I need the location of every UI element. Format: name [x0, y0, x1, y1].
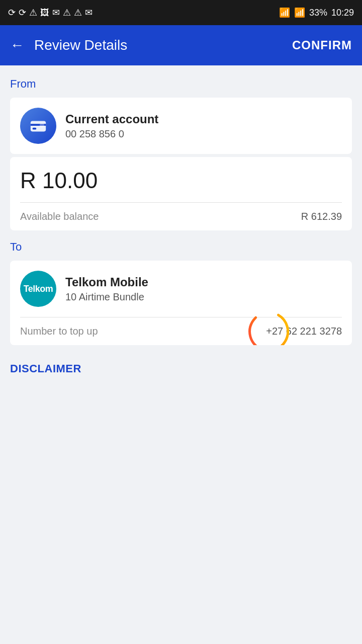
main-content: From Current account 00 258 856 0 R 10.0… — [0, 65, 362, 644]
signal-icon: 📶 — [294, 7, 305, 18]
status-right: 📶 📶 33% 10:29 — [279, 7, 354, 18]
time-display: 10:29 — [331, 8, 354, 18]
svg-point-3 — [40, 123, 45, 128]
provider-info: Telkom Mobile 10 Airtime Bundle — [65, 275, 148, 303]
amount-card: R 10.00 Available balance R 612.39 — [10, 157, 352, 230]
warning3-icon: ⚠ — [74, 7, 82, 18]
to-label: To — [10, 240, 352, 254]
from-account-card: Current account 00 258 856 0 — [10, 98, 352, 154]
wallet-icon — [29, 116, 48, 135]
account-name: Current account — [65, 112, 158, 126]
warning2-icon: ⚠ — [63, 7, 71, 18]
status-icons: ⟳ ⟳ ⚠ 🖼 ✉ ⚠ ⚠ ✉ — [8, 7, 93, 18]
to-provider-card: Telkom Telkom Mobile 10 Airtime Bundle N… — [10, 261, 352, 345]
warning-icon: ⚠ — [29, 7, 37, 18]
svg-rect-2 — [33, 128, 37, 130]
number-row: Number to top up +27 62 221 3278 — [10, 317, 352, 345]
sync-icon: ⟳ — [8, 7, 16, 18]
number-value: +27 62 221 3278 — [266, 326, 342, 337]
number-label: Number to top up — [20, 326, 98, 337]
battery-level: 33% — [309, 8, 327, 18]
mail-icon: ✉ — [85, 7, 93, 18]
image-icon: 🖼 — [40, 8, 49, 18]
sync2-icon: ⟳ — [19, 7, 26, 18]
account-number: 00 258 856 0 — [65, 128, 158, 140]
account-icon — [20, 108, 56, 144]
provider-row: Telkom Telkom Mobile 10 Airtime Bundle — [10, 261, 352, 317]
confirm-button[interactable]: CONFIRM — [292, 38, 352, 52]
wifi-icon: 📶 — [279, 7, 290, 18]
balance-row: Available balance R 612.39 — [10, 203, 352, 230]
account-info: Current account 00 258 856 0 — [65, 112, 158, 140]
disclaimer-button[interactable]: DISCLAIMER — [10, 362, 81, 375]
page-title: Review Details — [34, 37, 292, 53]
balance-label: Available balance — [20, 211, 99, 222]
status-bar: ⟳ ⟳ ⚠ 🖼 ✉ ⚠ ⚠ ✉ 📶 📶 33% 10:29 — [0, 0, 362, 25]
email-icon2: ✉ — [52, 7, 60, 18]
provider-sub: 10 Airtime Bundle — [65, 291, 148, 303]
from-label: From — [10, 77, 352, 91]
telkom-icon: Telkom — [20, 271, 56, 307]
app-bar: ← Review Details CONFIRM — [0, 25, 362, 65]
back-button[interactable]: ← — [10, 37, 24, 53]
provider-name: Telkom Mobile — [65, 275, 148, 289]
balance-value: R 612.39 — [301, 211, 342, 222]
account-row: Current account 00 258 856 0 — [10, 98, 352, 154]
to-section: To Telkom Telkom Mobile 10 Airtime Bundl… — [10, 240, 352, 345]
transfer-amount: R 10.00 — [10, 157, 352, 202]
